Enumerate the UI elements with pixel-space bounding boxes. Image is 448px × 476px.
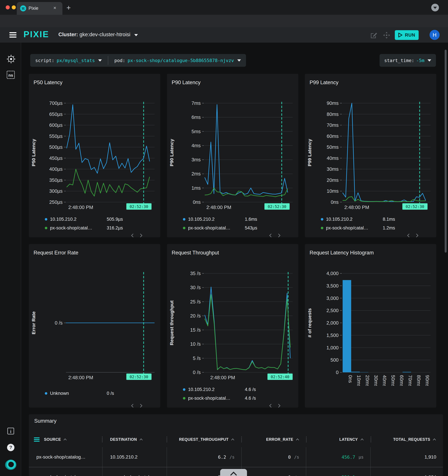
column-header-error_rate[interactable]: ERROR_RATE bbox=[242, 437, 306, 442]
new-tab-button[interactable]: + bbox=[66, 4, 71, 11]
svg-text:2:48:00 PM: 2:48:00 PM bbox=[206, 205, 231, 210]
svg-text:40ms: 40ms bbox=[382, 375, 387, 386]
svg-text:2:48:00 PM: 2:48:00 PM bbox=[68, 375, 93, 380]
caret-down-icon[interactable] bbox=[237, 59, 241, 62]
pixie-ring-icon[interactable] bbox=[5, 459, 17, 470]
namespace-icon[interactable]: ns bbox=[7, 71, 15, 79]
cell-destination: 10.105.210.2 bbox=[103, 447, 167, 467]
chart-p99-latency: 90ms80ms70ms60ms50ms40ms30ms20ms10ms0ns2… bbox=[305, 91, 436, 215]
column-header-total_requests[interactable]: TOTAL_REQUESTS bbox=[371, 437, 443, 442]
kubernetes-icon[interactable] bbox=[6, 54, 16, 64]
cell-unit: µs bbox=[359, 475, 364, 476]
column-header-request_throughput[interactable]: REQUEST_THROUGHPUT bbox=[167, 437, 241, 442]
svg-text:80ms: 80ms bbox=[416, 375, 421, 386]
svg-text:2ms: 2ms bbox=[191, 171, 201, 176]
svg-text:0: 0 bbox=[336, 370, 339, 375]
column-header-latency[interactable]: LATENCY bbox=[307, 437, 371, 442]
histogram-bar bbox=[351, 372, 360, 372]
svg-text:80ms: 80ms bbox=[327, 112, 339, 117]
edit-script-icon[interactable] bbox=[370, 32, 377, 39]
svg-text:350µs: 350µs bbox=[49, 177, 63, 183]
cell-value: 1,910 bbox=[425, 454, 436, 460]
pixie-logo[interactable]: PIXIE bbox=[23, 29, 49, 39]
svg-text:P99 Latency: P99 Latency bbox=[307, 139, 312, 166]
legend-series-value: 1.6ms bbox=[245, 217, 257, 222]
window-close-button[interactable] bbox=[6, 5, 10, 9]
cell-unit: /s bbox=[230, 455, 235, 459]
legend-item[interactable]: 10.105.210.28.1ms bbox=[321, 215, 411, 223]
legend-prev-button[interactable] bbox=[407, 216, 416, 226]
browser-tab[interactable]: π Pixie × bbox=[17, 2, 63, 15]
legend-item[interactable]: px-sock-shop/catal…1.2ms bbox=[321, 224, 411, 232]
svg-text:P90 Latency: P90 Latency bbox=[169, 139, 174, 166]
column-header-destination[interactable]: DESTINATION bbox=[103, 437, 167, 442]
cell-value: 0 bbox=[288, 475, 291, 476]
table-menu-icon[interactable] bbox=[34, 436, 40, 442]
help-icon[interactable]: ? bbox=[7, 444, 14, 451]
legend-prev-button[interactable] bbox=[131, 216, 140, 226]
svg-text:60ms: 60ms bbox=[399, 375, 404, 386]
svg-text:650µs: 650µs bbox=[49, 112, 63, 117]
window-minimize-button[interactable] bbox=[12, 5, 16, 9]
caret-down-icon[interactable] bbox=[428, 59, 431, 62]
legend-next-button[interactable] bbox=[140, 216, 149, 226]
legend-item[interactable]: px-sock-shop/catal…4.6 /s bbox=[183, 395, 274, 402]
table-row[interactable]: px-sock-shop/catalog…10.105.210.26.2/s0/… bbox=[29, 447, 443, 467]
legend-prev-icon bbox=[131, 403, 134, 408]
legend-prev-icon bbox=[269, 233, 272, 238]
legend-item[interactable]: 10.105.210.24.6 /s bbox=[183, 386, 274, 393]
start-time-dropdown[interactable]: -5m bbox=[416, 58, 425, 63]
start-time-key: start_time: bbox=[384, 58, 414, 63]
info-icon[interactable]: i bbox=[7, 428, 14, 434]
legend-series-name: 10.105.210.2 bbox=[326, 217, 380, 222]
svg-text:3,500: 3,500 bbox=[326, 283, 339, 289]
legend-series-value: 316.2µs bbox=[107, 225, 123, 231]
panel-p50-latency: P50 Latency700µs650µs600µs550µs500µs450µ… bbox=[29, 74, 160, 237]
legend-next-button[interactable] bbox=[278, 216, 287, 226]
script-dropdown[interactable]: px/mysql_stats bbox=[57, 58, 95, 63]
cluster-selector[interactable]: Cluster: gke:dev-cluster-htroisi bbox=[58, 32, 138, 38]
tab-title: Pixie bbox=[29, 6, 38, 11]
user-avatar[interactable]: H bbox=[430, 30, 440, 40]
move-widgets-icon[interactable] bbox=[383, 32, 390, 39]
svg-text:2,000: 2,000 bbox=[326, 320, 339, 326]
legend-prev-button[interactable] bbox=[269, 387, 278, 396]
cell-error_rate: 0/s bbox=[242, 447, 306, 467]
series-line bbox=[205, 104, 288, 195]
cell-value: 0 bbox=[288, 454, 291, 460]
scroll-top-button[interactable] bbox=[220, 469, 247, 476]
legend-prev-icon bbox=[407, 233, 410, 238]
hamburger-menu-icon[interactable] bbox=[9, 32, 17, 39]
column-header-source[interactable]: SOURCE bbox=[29, 436, 102, 442]
run-button[interactable]: RUN bbox=[395, 30, 419, 40]
sort-caret-icon bbox=[296, 438, 299, 441]
legend-prev-button[interactable] bbox=[131, 387, 140, 396]
cell-value: 1,824 bbox=[425, 475, 436, 476]
legend-item[interactable]: Unknown0 /s bbox=[45, 390, 135, 397]
window-menu-button[interactable] bbox=[431, 4, 439, 11]
panel-title: Request Latency Histogram bbox=[310, 250, 374, 256]
svg-text:2:48:00 PM: 2:48:00 PM bbox=[210, 375, 235, 380]
legend-item[interactable]: 10.105.210.2505.9µs bbox=[45, 215, 135, 223]
legend-next-button[interactable] bbox=[416, 216, 425, 226]
series-line bbox=[343, 103, 426, 202]
svg-text:20 /s: 20 /s bbox=[190, 313, 201, 318]
legend-item[interactable]: px-sock-shop/catal…543µs bbox=[183, 224, 274, 232]
legend-item[interactable]: 10.105.210.21.6ms bbox=[183, 215, 274, 223]
svg-text:50ms: 50ms bbox=[327, 144, 339, 150]
caret-down-icon[interactable] bbox=[98, 59, 102, 62]
legend-prev-button[interactable] bbox=[269, 216, 278, 226]
legend-series-value: 0 /s bbox=[107, 391, 114, 396]
column-label: REQUEST_THROUGHPUT bbox=[179, 437, 229, 442]
pod-dropdown[interactable]: px-sock-shop/catalogue-5b88655878-njvzv bbox=[127, 58, 234, 63]
divider bbox=[108, 56, 108, 65]
legend-item[interactable]: px-sock-shop/catal…316.2µs bbox=[45, 224, 135, 232]
cell-value: 456.7 bbox=[342, 454, 355, 460]
scrollbar-thumb[interactable] bbox=[445, 50, 447, 253]
summary-title: Summary bbox=[34, 418, 57, 424]
legend-series-value: 4.6 /s bbox=[245, 396, 256, 401]
tab-close-icon[interactable]: × bbox=[53, 5, 56, 11]
legend-next-button[interactable] bbox=[278, 387, 287, 396]
legend-next-button[interactable] bbox=[140, 387, 149, 396]
svg-text:02:52:30: 02:52:30 bbox=[406, 204, 424, 209]
